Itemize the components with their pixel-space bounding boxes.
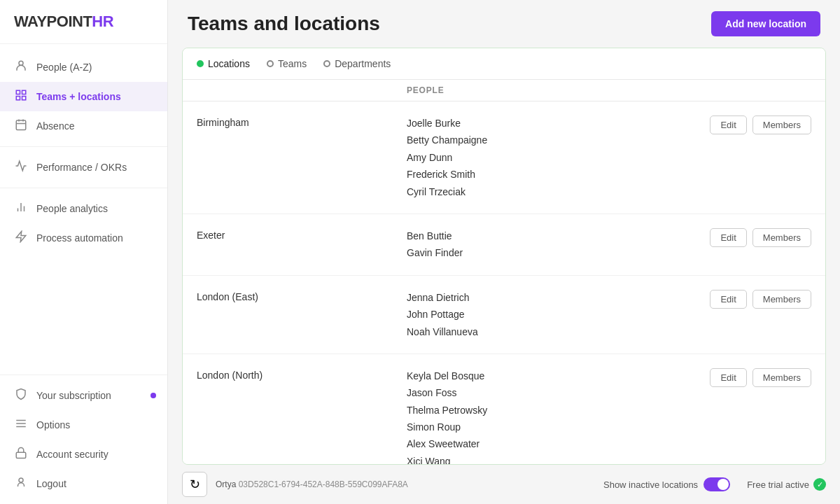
- automation-icon: [14, 230, 28, 246]
- sidebar-item-performance-label: Performance / OKRs: [36, 162, 127, 173]
- session-info: Ortya 03D528C1-6794-452A-848B-559C099AFA…: [216, 479, 408, 489]
- performance-icon: [14, 160, 28, 175]
- person-name: Gavin Finder: [407, 245, 699, 260]
- security-icon: [14, 447, 28, 462]
- svg-point-0: [19, 61, 23, 65]
- subscription-notification-dot: [150, 393, 156, 398]
- absence-icon: [14, 118, 28, 134]
- sidebar-item-options[interactable]: Options: [0, 410, 167, 440]
- tab-departments[interactable]: Departments: [323, 58, 391, 69]
- sidebar-item-teams-label: Teams + locations: [36, 91, 121, 102]
- members-button[interactable]: Members: [752, 228, 811, 247]
- sidebar-item-subscription[interactable]: Your subscription: [0, 381, 167, 410]
- person-name: John Pottage: [407, 307, 699, 322]
- table-row: Exeter Ben Buttie Gavin Finder Edit Memb…: [183, 214, 825, 276]
- refresh-button[interactable]: ↻: [182, 472, 207, 497]
- page-title: Teams and locations: [188, 13, 380, 35]
- sidebar-item-logout[interactable]: Logout: [0, 469, 167, 498]
- person-name: Joelle Burke: [407, 115, 699, 131]
- edit-button[interactable]: Edit: [710, 228, 746, 247]
- people-list: Ben Buttie Gavin Finder: [407, 228, 699, 261]
- svg-rect-4: [22, 97, 26, 100]
- locations-dot: [197, 60, 204, 67]
- add-new-location-button[interactable]: Add new location: [711, 11, 820, 36]
- members-button[interactable]: Members: [752, 290, 811, 309]
- col-header-actions: [699, 85, 811, 95]
- person-name: Thelma Petrowsky: [407, 402, 699, 418]
- sidebar-item-teams-locations[interactable]: Teams + locations: [0, 82, 167, 111]
- sidebar-item-account-security[interactable]: Account security: [0, 440, 167, 469]
- sidebar-item-absence[interactable]: Absence: [0, 111, 167, 141]
- tab-row: Locations Teams Departments: [183, 48, 825, 80]
- footer-right: Show inactive locations Free trial activ…: [603, 477, 826, 491]
- person-name: Ben Buttie: [407, 228, 699, 244]
- edit-button[interactable]: Edit: [710, 368, 746, 387]
- sidebar-item-people[interactable]: People (A-Z): [0, 52, 167, 82]
- person-name: Alex Sweetwater: [407, 436, 699, 451]
- svg-rect-2: [22, 90, 26, 94]
- sidebar-item-security-label: Account security: [36, 449, 108, 460]
- toggle-switch[interactable]: [704, 477, 730, 491]
- members-button[interactable]: Members: [752, 368, 811, 387]
- sidebar-item-logout-label: Logout: [36, 478, 66, 489]
- tab-teams-label: Teams: [278, 58, 307, 69]
- footer-bar: ↻ Ortya 03D528C1-6794-452A-848B-559C099A…: [168, 465, 840, 504]
- person-name: Jenna Dietrich: [407, 290, 699, 305]
- location-name: London (East): [197, 290, 407, 302]
- person-name: Xici Wang: [407, 454, 699, 465]
- nav-divider-2: [0, 188, 167, 188]
- inactive-locations-toggle[interactable]: Show inactive locations: [603, 477, 730, 491]
- sidebar-item-people-label: People (A-Z): [36, 62, 92, 73]
- sidebar-item-people-analytics[interactable]: People analytics: [0, 194, 167, 223]
- teams-icon: [14, 89, 28, 104]
- tab-locations[interactable]: Locations: [197, 58, 250, 69]
- sidebar-bottom: Your subscription Options Account securi…: [0, 374, 167, 504]
- trial-check-icon: ✓: [813, 478, 826, 491]
- svg-rect-5: [16, 120, 26, 130]
- edit-button[interactable]: Edit: [710, 290, 746, 309]
- sidebar-item-analytics-label: People analytics: [36, 203, 108, 214]
- col-header-location: [197, 85, 407, 95]
- sidebar-item-performance[interactable]: Performance / OKRs: [0, 153, 167, 182]
- tab-locations-label: Locations: [208, 58, 250, 69]
- subscription-icon: [14, 388, 28, 403]
- location-name: Birmingham: [197, 115, 407, 128]
- tab-teams[interactable]: Teams: [267, 58, 307, 69]
- sidebar-item-process-automation[interactable]: Process automation: [0, 223, 167, 253]
- teams-dot: [267, 60, 274, 67]
- svg-rect-1: [16, 90, 20, 94]
- svg-rect-15: [16, 452, 26, 458]
- svg-point-16: [19, 478, 23, 482]
- person-name: Noah Villanueva: [407, 324, 699, 340]
- main-header: Teams and locations Add new location: [168, 0, 840, 48]
- location-name: London (North): [197, 368, 407, 381]
- refresh-icon: ↻: [190, 477, 200, 492]
- person-name: Amy Dunn: [407, 150, 699, 165]
- row-actions: Edit Members: [699, 290, 811, 309]
- people-list: Keyla Del Bosque Jason Foss Thelma Petro…: [407, 368, 699, 465]
- sidebar-item-subscription-label: Your subscription: [36, 390, 111, 401]
- footer-left: ↻ Ortya 03D528C1-6794-452A-848B-559C099A…: [182, 472, 408, 497]
- people-list: Jenna Dietrich John Pottage Noah Villanu…: [407, 290, 699, 340]
- table-row: London (East) Jenna Dietrich John Pottag…: [183, 276, 825, 354]
- sidebar-item-options-label: Options: [36, 419, 70, 430]
- departments-dot: [323, 60, 330, 67]
- logo: WAYPOINTHR: [0, 0, 167, 44]
- row-actions: Edit Members: [699, 115, 811, 134]
- options-icon: [14, 417, 28, 433]
- row-actions: Edit Members: [699, 228, 811, 247]
- table-row: London (North) Keyla Del Bosque Jason Fo…: [183, 354, 825, 465]
- sidebar-item-automation-label: Process automation: [36, 232, 123, 244]
- edit-button[interactable]: Edit: [710, 115, 746, 134]
- sidebar: WAYPOINTHR People (A-Z) Teams + location…: [0, 0, 168, 504]
- person-name: Simon Roup: [407, 419, 699, 435]
- members-button[interactable]: Members: [752, 115, 811, 134]
- analytics-icon: [14, 201, 28, 216]
- row-actions: Edit Members: [699, 368, 811, 387]
- person-name: Frederick Smith: [407, 167, 699, 182]
- col-header-people: PEOPLE: [407, 85, 699, 95]
- session-name: Ortya: [216, 479, 236, 489]
- svg-rect-3: [16, 97, 20, 100]
- nav-divider-1: [0, 146, 167, 147]
- sidebar-item-absence-label: Absence: [36, 120, 74, 132]
